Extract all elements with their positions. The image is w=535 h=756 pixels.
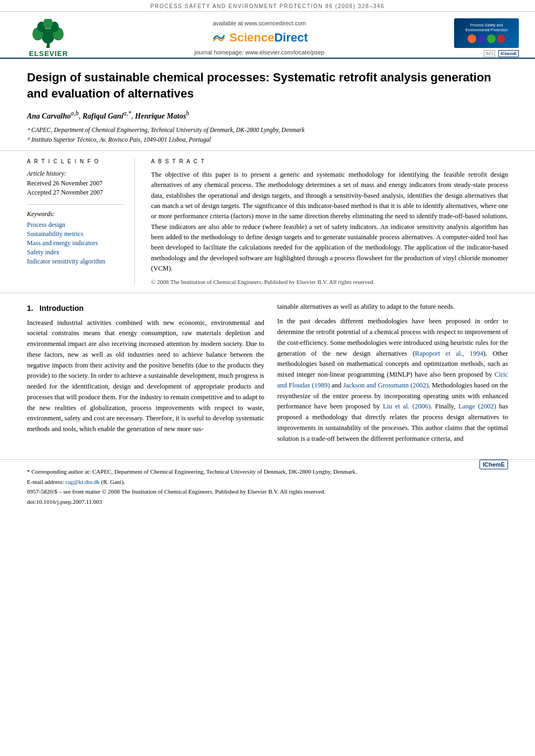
- page-wrapper: PROCESS SAFETY AND ENVIRONMENT PROTECTIO…: [0, 0, 535, 756]
- and-word: and: [332, 382, 341, 389]
- ichemE-logo: IChemE: [479, 460, 508, 469]
- email-suffix: (R. Gani).: [101, 478, 125, 485]
- authors-line: Ana Carvalhoa,b, Rafiqul Gania,*, Henriq…: [27, 110, 508, 121]
- ref-liu: Liu et al. (2006): [383, 403, 430, 410]
- circle-blue: [477, 34, 486, 43]
- email-footnote: E-mail address: rag@kt.dtu.dk (R. Gani).: [27, 477, 508, 487]
- badge-text: Process Safety and Environmental Protect…: [464, 22, 509, 44]
- doi-value: doi:10.1016/j.psep.2007.11.003: [27, 498, 102, 505]
- affiliations: ᵃ CAPEC, Department of Chemical Engineer…: [27, 125, 508, 145]
- footnote-section: IChemE * Corresponding author at: CAPEC,…: [0, 459, 535, 512]
- article-info-heading: A R T I C L E I N F O: [27, 158, 124, 164]
- article-info-col: A R T I C L E I N F O Article history: R…: [27, 158, 135, 285]
- article-title: Design of sustainable chemical processes…: [27, 70, 508, 101]
- affil-a: ᵃ CAPEC, Department of Chemical Engineer…: [27, 125, 508, 135]
- section1-title: Introduction: [39, 304, 84, 313]
- main-content: 1. Introduction Increased industrial act…: [0, 293, 535, 449]
- sd-waves-icon: [211, 32, 227, 44]
- ichemE-partner-label: IChemE: [498, 50, 519, 57]
- accepted-date: Accepted 27 November 2007: [27, 189, 124, 197]
- journal-homepage-text: journal homepage: www.elsevier.com/locat…: [97, 49, 422, 56]
- sup-ab: a,b: [71, 110, 79, 117]
- elsevier-tree-icon: [24, 19, 73, 48]
- partner-logos: SCI IChemE: [484, 50, 519, 57]
- section1-heading: 1. Introduction: [27, 304, 264, 313]
- author-carvalho: Ana Carvalho: [27, 112, 71, 120]
- ref-rapoport: Rapoport et al., 1994: [415, 350, 483, 357]
- affil-b: ᵇ Instituto Superior Técnico, Av. Rovisc…: [27, 135, 508, 144]
- circle-green: [487, 34, 496, 43]
- header-right: Process Safety and Environmental Protect…: [433, 18, 519, 57]
- title-section: Design of sustainable chemical processes…: [0, 59, 535, 151]
- doi-number: doi:10.1016/j.psep.2007.11.003: [27, 497, 508, 507]
- ref-jackson: Jackson and Grossmann (2002): [343, 382, 428, 389]
- section1-number: 1.: [27, 304, 33, 313]
- para2: In the past decades different methodolog…: [277, 316, 508, 444]
- corresponding-text: * Corresponding author at: CAPEC, Depart…: [27, 468, 357, 475]
- article-info-abstract: A R T I C L E I N F O Article history: R…: [0, 151, 535, 293]
- sd-direct-text: Direct: [274, 31, 307, 44]
- abstract-text: The objective of this paper is to presen…: [151, 170, 508, 274]
- sd-logo-text: ScienceDirect: [229, 31, 308, 45]
- article-history: Article history: Received 26 November 20…: [27, 170, 124, 197]
- journal-bar: PROCESS SAFETY AND ENVIRONMENT PROTECTIO…: [0, 0, 535, 12]
- header-left: ELSEVIER: [16, 17, 86, 58]
- section1-body-left: Increased industrial activities combined…: [27, 318, 264, 435]
- author-gani: Rafiqul Gani: [83, 112, 124, 120]
- abstract-col: A B S T R A C T The objective of this pa…: [151, 158, 508, 285]
- ref-lange: Lange (2002): [458, 403, 496, 410]
- header-section: ELSEVIER available at www.sciencedirect.…: [0, 12, 535, 59]
- sd-science-text: Science: [229, 31, 274, 44]
- kw-2: Sustainability metrics: [27, 230, 124, 238]
- circle-red: [497, 34, 505, 43]
- journal-badge: Process Safety and Environmental Protect…: [454, 18, 519, 48]
- keywords-label: Keywords:: [27, 210, 124, 218]
- author-matos: Henrique Matos: [135, 112, 186, 120]
- kw-1: Process design: [27, 221, 124, 229]
- kw-3: Mass and energy indicators: [27, 239, 124, 247]
- kw-4: Safety index: [27, 248, 124, 256]
- elsevier-logo: ELSEVIER: [16, 17, 81, 58]
- sup-b: b: [186, 110, 189, 117]
- para1-end: tainable alternatives as well as ability…: [277, 302, 508, 313]
- journal-bar-text: PROCESS SAFETY AND ENVIRONMENT PROTECTIO…: [150, 3, 385, 9]
- copyright-note: © 2008 The Institution of Chemical Engin…: [151, 279, 508, 285]
- content-right: tainable alternatives as well as ability…: [277, 302, 508, 449]
- email-label: E-mail address:: [27, 478, 64, 485]
- color-circles: [465, 34, 507, 43]
- elsevier-brand-text: ELSEVIER: [29, 50, 68, 58]
- received-date: Received 26 November 2007: [27, 179, 124, 188]
- section1-body-right: tainable alternatives as well as ability…: [277, 302, 508, 445]
- history-label: Article history:: [27, 170, 124, 178]
- email-address[interactable]: rag@kt.dtu.dk: [65, 478, 99, 485]
- header-center: available at www.sciencedirect.com Scien…: [86, 20, 433, 56]
- kw-5: Indicator sensitivity algorithm: [27, 258, 124, 266]
- available-at-text: available at www.sciencedirect.com: [97, 20, 422, 26]
- sci-label: SCI: [484, 50, 495, 57]
- abstract-heading: A B S T R A C T: [151, 158, 508, 164]
- circle-orange: [468, 34, 476, 43]
- svg-rect-7: [46, 46, 50, 48]
- content-left: 1. Introduction Increased industrial act…: [27, 302, 264, 449]
- doi-line: 0957-5820/$ – see front matter © 2008 Th…: [27, 487, 508, 496]
- sup-a-star: a,*: [124, 110, 132, 117]
- corresponding-footnote: * Corresponding author at: CAPEC, Depart…: [27, 467, 508, 476]
- sciencedirect-logo: ScienceDirect: [211, 31, 308, 45]
- keywords-section: Keywords: Process design Sustainability …: [27, 204, 124, 266]
- para1: Increased industrial activities combined…: [27, 318, 264, 435]
- doi-text: 0957-5820/$ – see front matter © 2008 Th…: [27, 488, 326, 495]
